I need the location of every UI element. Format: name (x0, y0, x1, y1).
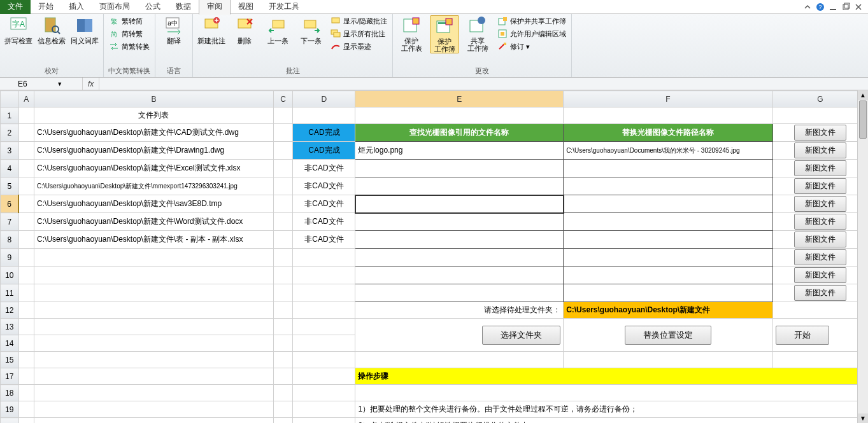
track-changes-button[interactable]: 修订 ▾ (496, 41, 567, 52)
window-minimize-icon[interactable] (829, 3, 837, 11)
cell-d7[interactable]: 非CAD文件 (293, 213, 355, 231)
new-comment-button[interactable]: 新建批注 (197, 15, 226, 45)
cell-d6[interactable]: 非CAD文件 (293, 195, 355, 213)
ribbon-tabs: 文件 开始 插入 页面布局 公式 数据 审阅 视图 开发工具 ? (0, 0, 868, 14)
protect-sheet-button[interactable]: 保护工作表 (397, 15, 426, 52)
group-chinese-label: 中文简繁转换 (108, 65, 151, 77)
cell-f3[interactable]: C:\Users\guohaoyuan\Documents\我的米米号 - 30… (564, 142, 773, 160)
scroll-up-icon[interactable]: ▲ (858, 90, 868, 100)
fx-icon[interactable]: fx (83, 78, 99, 90)
new-image-button-8[interactable]: 新图文件 (794, 232, 846, 247)
new-image-button-6[interactable]: 新图文件 (794, 196, 846, 212)
show-all-comments-button[interactable]: 显示所有批注 (329, 28, 388, 39)
simp-trad-convert-button[interactable]: 简繁转换 (108, 41, 151, 52)
spellcheck-button[interactable]: 字A 拼写检查 (4, 15, 33, 45)
tab-layout[interactable]: 页面布局 (92, 0, 138, 14)
tab-home[interactable]: 开始 (31, 0, 61, 14)
select-folder-button[interactable]: 选择文件夹 (482, 326, 560, 345)
window-close-icon[interactable] (854, 3, 863, 11)
new-image-button-7[interactable]: 新图文件 (794, 214, 846, 230)
tab-insert[interactable]: 插入 (61, 0, 92, 14)
spreadsheet-grid[interactable]: A B C D E F G 1文件列表 2C:\Users\guohaoyuan… (0, 90, 868, 423)
col-header-e[interactable]: E (355, 91, 564, 107)
cell-e2[interactable]: 查找光栅图像引用的文件名称 (355, 124, 564, 142)
tab-data[interactable]: 数据 (168, 0, 199, 14)
svg-rect-35 (504, 43, 506, 45)
col-header-g[interactable]: G (772, 91, 867, 107)
new-image-button-4[interactable]: 新图文件 (794, 160, 846, 176)
new-image-button-10[interactable]: 新图文件 (794, 267, 846, 283)
tab-file[interactable]: 文件 (0, 0, 31, 14)
tab-view[interactable]: 视图 (231, 0, 261, 14)
prev-comment-button[interactable]: 上一条 (263, 15, 292, 45)
replace-settings-button[interactable]: 替换位置设定 (625, 326, 711, 345)
cell-e3[interactable]: 炬元logo.png (355, 142, 564, 160)
tab-review[interactable]: 审阅 (199, 0, 231, 15)
select-all-corner[interactable] (1, 91, 19, 107)
cell-d3[interactable]: CAD完成 (293, 142, 355, 160)
research-button[interactable]: 信息检索 (37, 15, 66, 45)
cell-d2[interactable]: CAD完成 (293, 124, 355, 142)
cell-e6-selected[interactable] (355, 195, 564, 213)
cell-e12[interactable]: 请选择待处理文件夹： (355, 302, 564, 319)
vertical-scrollbar[interactable]: ▲ ▼ (857, 90, 868, 423)
trad-to-simp-button[interactable]: 繁繁转简 (108, 15, 151, 27)
allow-edit-ranges-button[interactable]: 允许用户编辑区域 (496, 28, 567, 39)
show-hide-comment-button[interactable]: 显示/隐藏批注 (329, 15, 388, 27)
protect-share-button[interactable]: 保护并共享工作簿 (496, 15, 567, 27)
cell-e19[interactable]: 1）把要处理的整个文件夹进行备份。由于文件处理过程不可逆，请务必进行备份； (355, 401, 868, 418)
cell-b4[interactable]: C:\Users\guohaoyuan\Desktop\新建文件\Excel测试… (34, 160, 274, 177)
scroll-thumb[interactable] (859, 101, 867, 139)
cell-b6[interactable]: C:\Users\guohaoyuan\Desktop\新建文件\sav3E8D… (34, 195, 274, 213)
svg-rect-10 (77, 19, 85, 32)
protect-workbook-button[interactable]: 保护工作簿 (430, 15, 459, 53)
new-image-button-2[interactable]: 新图文件 (794, 125, 846, 141)
thesaurus-button[interactable]: 同义词库 (70, 15, 99, 45)
new-image-button-9[interactable]: 新图文件 (794, 249, 846, 265)
minimize-ribbon-icon[interactable] (803, 3, 812, 11)
cell-f2[interactable]: 替换光栅图像文件路径名称 (564, 124, 773, 142)
new-image-button-11[interactable]: 新图文件 (794, 285, 846, 301)
cell-d5[interactable]: 非CAD文件 (293, 177, 355, 195)
cell-b5[interactable]: C:\Users\guohaoyuan\Desktop\新建文件\mmexpor… (34, 177, 274, 195)
tab-formulas[interactable]: 公式 (138, 0, 168, 14)
cell-d4[interactable]: 非CAD文件 (293, 160, 355, 177)
cell-f12[interactable]: C:\Users\guohaoyuan\Desktop\新建文件 (564, 302, 773, 319)
cell-e20[interactable]: 2）点击"选择文件夹"按钮选择要执行操作的文件夹； (355, 418, 868, 424)
cell-b3[interactable]: C:\Users\guohaoyuan\Desktop\新建文件\Drawing… (34, 142, 274, 160)
cell-b7[interactable]: C:\Users\guohaoyuan\Desktop\新建文件\Word测试文… (34, 213, 274, 231)
svg-line-9 (57, 31, 60, 34)
cell-b1[interactable]: 文件列表 (34, 107, 274, 124)
scroll-down-icon[interactable]: ▼ (858, 413, 868, 423)
translate-button[interactable]: a中 翻译 (159, 15, 189, 45)
name-box[interactable]: E6▼ (0, 78, 83, 90)
next-comment-button[interactable]: 下一条 (296, 15, 325, 45)
simp-to-trad-button[interactable]: 简简转繁 (108, 28, 151, 39)
svg-rect-23 (334, 32, 340, 37)
cell-b8[interactable]: C:\Users\guohaoyuan\Desktop\新建文件\表 - 副本 … (34, 231, 274, 249)
col-header-a[interactable]: A (18, 91, 34, 107)
group-comments-label: 批注 (197, 65, 388, 77)
col-header-d[interactable]: D (293, 91, 355, 107)
cell-e17[interactable]: 操作步骤 (355, 368, 868, 385)
svg-rect-7 (45, 18, 55, 32)
col-header-b[interactable]: B (34, 91, 274, 107)
cell-d8[interactable]: 非CAD文件 (293, 231, 355, 249)
col-header-c[interactable]: C (273, 91, 293, 107)
delete-comment-button[interactable]: 删除 (230, 15, 259, 45)
svg-text:简: 简 (111, 31, 117, 38)
svg-rect-20 (304, 20, 316, 28)
cell-b2[interactable]: C:\Users\guohaoyuan\Desktop\新建文件\CAD测试文件… (34, 124, 274, 142)
start-button[interactable]: 开始 (776, 326, 829, 345)
col-header-f[interactable]: F (564, 91, 773, 107)
svg-text:?: ? (818, 4, 822, 10)
show-ink-button[interactable]: 显示墨迹 (329, 41, 388, 52)
tab-developer[interactable]: 开发工具 (261, 0, 307, 14)
window-restore-icon[interactable] (841, 3, 850, 11)
svg-rect-4 (844, 3, 850, 8)
svg-rect-2 (830, 9, 836, 10)
new-image-button-5[interactable]: 新图文件 (794, 178, 846, 194)
help-icon[interactable]: ? (816, 3, 825, 11)
new-image-button-3[interactable]: 新图文件 (794, 142, 846, 158)
share-workbook-button[interactable]: 共享工作簿 (463, 15, 492, 52)
